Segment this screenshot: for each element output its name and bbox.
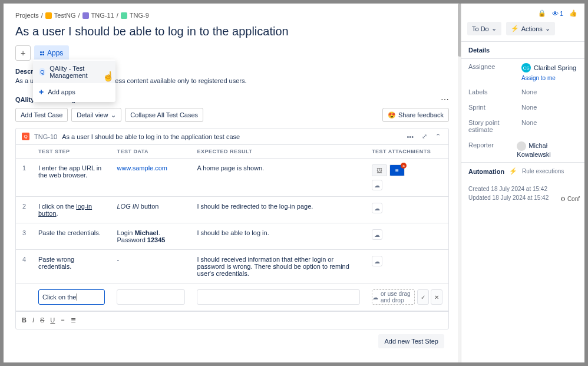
breadcrumb-parent[interactable]: TNG-11: [91, 12, 114, 19]
upload-icon[interactable]: ☁: [372, 229, 382, 240]
actions-button[interactable]: ⚡Actions ⌄: [506, 22, 555, 35]
labels-value[interactable]: None: [521, 88, 537, 95]
watchers-button[interactable]: 👁 1: [552, 10, 563, 17]
more-icon[interactable]: •••: [405, 133, 415, 140]
table-row[interactable]: 1 I enter the app URL in the web browser…: [16, 159, 448, 197]
sprint-label: Sprint: [468, 104, 521, 111]
status-button[interactable]: To Do ⌄: [467, 22, 501, 35]
apps-button[interactable]: Apps: [34, 45, 69, 61]
testcase-key[interactable]: TNG-10: [34, 133, 57, 140]
col-step: TEST STEP: [32, 145, 111, 159]
story-icon: [121, 12, 127, 19]
automation-label[interactable]: Automation: [468, 168, 504, 175]
assignee-label: Assignee: [468, 63, 521, 72]
collapse-button[interactable]: Collapse All Test Cases: [125, 108, 203, 122]
step-input[interactable]: Click on the: [38, 289, 105, 305]
upload-icon[interactable]: ☁: [372, 256, 382, 266]
strike-button[interactable]: S: [40, 316, 44, 324]
view-select[interactable]: Detail view⌄: [71, 108, 121, 122]
edit-row: Click on the ☁ or use drag and drop ✓ ✕: [16, 283, 448, 311]
configure-button[interactable]: ⚙ Conf: [560, 196, 580, 202]
upload-icon[interactable]: ☁: [372, 203, 382, 213]
epic-icon: [82, 12, 89, 19]
project-icon: [45, 12, 52, 19]
add-test-case-button[interactable]: Add Test Case: [15, 108, 68, 122]
test-case-card: Q TNG-10 As a user I should be able to l…: [15, 128, 449, 329]
chevron-down-icon: ⌄: [491, 25, 497, 32]
reporter-label: Reporter: [468, 141, 517, 158]
bolt-icon: ⚡: [511, 25, 519, 32]
share-feedback-button[interactable]: 😍Share feedback: [382, 108, 449, 122]
reporter-value[interactable]: Michał Kowalewski: [517, 141, 577, 158]
details-header[interactable]: Details: [461, 41, 584, 59]
col-data: TEST DATA: [111, 145, 191, 159]
cancel-button[interactable]: ✕: [431, 289, 442, 305]
list-ol-button[interactable]: ≡: [61, 316, 64, 324]
cursor-icon: ☝: [103, 71, 114, 82]
chevron-down-icon: ⌄: [111, 111, 116, 119]
underline-button[interactable]: U: [50, 316, 55, 324]
like-icon[interactable]: 👍: [569, 9, 577, 17]
testcase-icon: Q: [22, 133, 29, 140]
avatar-badge: CS: [521, 63, 531, 72]
confirm-button[interactable]: ✓: [417, 289, 429, 305]
breadcrumb-issue[interactable]: TNG-9: [130, 12, 149, 19]
remove-icon[interactable]: ×: [401, 163, 407, 169]
table-row[interactable]: 3 Paste the credentials. Login Michael. …: [16, 223, 448, 250]
dropdown-add-apps[interactable]: + Add apps: [33, 83, 115, 101]
breadcrumb: Projects / TestNG / TNG-11 / TNG-9: [15, 12, 449, 19]
data-link[interactable]: www.sample.com: [117, 164, 167, 172]
upload-icon[interactable]: ☁: [372, 180, 382, 190]
col-att: TEST ATTACHMENTS: [366, 145, 448, 159]
dropdown-label: QAlity - Test Management: [49, 65, 110, 79]
collapse-icon[interactable]: ⌃: [434, 133, 442, 140]
chevron-down-icon: ⌄: [545, 25, 550, 32]
add-step-button[interactable]: Add new Test Step: [378, 334, 444, 348]
italic-button[interactable]: I: [32, 316, 34, 324]
table-row[interactable]: 4 Paste wrong credentials. - I should re…: [16, 250, 448, 283]
data-input[interactable]: [117, 289, 185, 305]
storypoints-value[interactable]: None: [521, 119, 537, 133]
apps-label: Apps: [47, 49, 63, 57]
add-button[interactable]: +: [15, 45, 31, 61]
storypoints-label: Story point estimate: [468, 119, 521, 133]
plus-icon: +: [39, 87, 44, 97]
timestamps: Created 18 July 2024 at 15:42 Updated 18…: [461, 180, 584, 207]
format-toolbar: B I S U ≡ ≣: [16, 311, 448, 329]
table-row[interactable]: 2 I click on the log-in button. LOG IN b…: [16, 197, 448, 223]
assign-to-me-link[interactable]: Assign to me: [461, 75, 584, 81]
rule-executions-link[interactable]: Rule executions: [522, 168, 564, 174]
result-input[interactable]: [197, 289, 360, 305]
avatar: [517, 141, 526, 151]
heart-icon: 😍: [388, 111, 396, 119]
list-ul-button[interactable]: ≣: [71, 316, 76, 324]
attachment-thumb[interactable]: ≡×: [389, 164, 405, 176]
bold-button[interactable]: B: [22, 316, 27, 324]
issue-title[interactable]: As a user I should be able to log in to …: [15, 25, 449, 38]
details-sidebar: 🔒 👁 1 👍 To Do ⌄ ⚡Actions ⌄ Details Assig…: [461, 4, 584, 362]
bolt-icon: ⚡: [509, 167, 517, 175]
breadcrumb-projects[interactable]: Projects: [15, 12, 39, 19]
attachment-dropzone[interactable]: ☁ or use drag and drop: [372, 289, 415, 305]
dropdown-label: Add apps: [48, 88, 75, 95]
assignee-value[interactable]: CSClaribel Spring: [521, 63, 576, 72]
labels-label: Labels: [468, 88, 521, 95]
col-result: EXPECTED RESULT: [191, 145, 366, 159]
panel-more-icon[interactable]: ⋯: [441, 95, 449, 104]
sprint-value[interactable]: None: [521, 104, 537, 111]
testcase-title[interactable]: As a user I should be able to log in to …: [62, 133, 240, 140]
expand-icon[interactable]: ⤢: [420, 133, 429, 140]
breadcrumb-project[interactable]: TestNG: [54, 12, 76, 19]
lock-icon[interactable]: 🔒: [538, 9, 546, 17]
apps-icon: [40, 51, 44, 55]
qality-icon: Q: [39, 68, 45, 76]
attachment-thumb[interactable]: 🖼: [372, 164, 387, 176]
